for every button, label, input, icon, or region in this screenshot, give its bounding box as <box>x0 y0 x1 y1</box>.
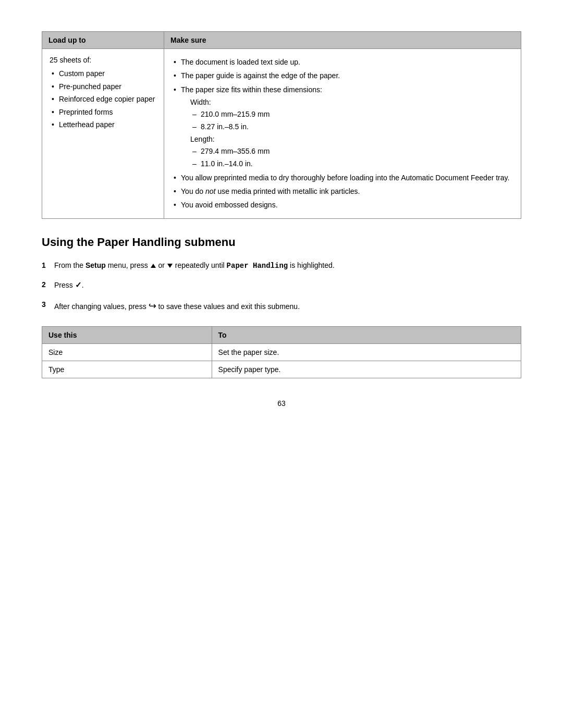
size-cell: Size <box>42 343 212 361</box>
make-sure-cell: The document is loaded text side up. The… <box>164 49 521 219</box>
col1-header: Load up to <box>42 32 164 49</box>
steps-list: 1 From the Setup menu, press or repeated… <box>42 260 521 314</box>
step-2-content: Press ✓. <box>54 279 521 291</box>
step-2: 2 Press ✓. <box>42 279 521 291</box>
section-title: Using the Paper Handling submenu <box>42 236 521 249</box>
table-row: Type Specify paper type. <box>42 361 521 378</box>
width-item-1: 210.0 mm–215.9 mm <box>190 108 513 120</box>
make-sure-item: The paper size fits within these dimensi… <box>172 84 513 170</box>
make-sure-item: You avoid embossed designs. <box>172 199 513 211</box>
length-item-2: 11.0 in.–14.0 in. <box>190 158 513 169</box>
col2-header: Make sure <box>164 32 521 49</box>
width-item-2: 8.27 in.–8.5 in. <box>190 121 513 132</box>
step-number-2: 2 <box>42 279 54 291</box>
checkmark-icon: ✓ <box>75 279 82 291</box>
load-up-to-table: Load up to Make sure 25 sheets of: Custo… <box>42 31 521 219</box>
paper-handling-keyword: Paper Handling <box>227 262 288 270</box>
setup-keyword: Setup <box>85 261 106 269</box>
down-arrow-icon <box>167 264 173 268</box>
make-sure-item: The paper guide is against the edge of t… <box>172 70 513 81</box>
length-item-1: 279.4 mm–355.6 mm <box>190 145 513 157</box>
step-3-content: After changing values, press ↩ to save t… <box>54 299 521 314</box>
step-1: 1 From the Setup menu, press or repeated… <box>42 260 521 272</box>
page-number: 63 <box>42 399 521 408</box>
table-row: Size Set the paper size. <box>42 343 521 361</box>
make-sure-item: The document is loaded text side up. <box>172 56 513 68</box>
set-paper-size-cell: Set the paper size. <box>212 343 521 361</box>
sheets-intro: 25 sheets of: <box>50 56 91 64</box>
type-cell: Type <box>42 361 212 378</box>
list-item: Custom paper <box>50 68 156 79</box>
list-item: Letterhead paper <box>50 119 156 130</box>
return-icon: ↩ <box>149 299 156 314</box>
up-arrow-icon <box>151 264 156 268</box>
list-item: Pre-punched paper <box>50 81 156 92</box>
width-label: Width: <box>190 96 513 108</box>
paper-types-list: Custom paper Pre-punched paper Reinforce… <box>50 68 156 130</box>
step-number-3: 3 <box>42 299 54 314</box>
to-header: To <box>212 326 521 343</box>
specify-paper-type-cell: Specify paper type. <box>212 361 521 378</box>
list-item: Preprinted forms <box>50 106 156 118</box>
step-1-content: From the Setup menu, press or repeatedly… <box>54 260 521 272</box>
dimensions-block: Width: 210.0 mm–215.9 mm 8.27 in.–8.5 in… <box>181 96 513 169</box>
use-this-header: Use this <box>42 326 212 343</box>
list-item: Reinforced edge copier paper <box>50 93 156 105</box>
load-up-to-cell: 25 sheets of: Custom paper Pre-punched p… <box>42 49 164 219</box>
make-sure-item: You allow preprinted media to dry thorou… <box>172 172 513 183</box>
step-3: 3 After changing values, press ↩ to save… <box>42 299 521 314</box>
step-number-1: 1 <box>42 260 54 272</box>
make-sure-item: You do not use media printed with metall… <box>172 186 513 197</box>
length-label: Length: <box>190 133 513 145</box>
use-this-table: Use this To Size Set the paper size. Typ… <box>42 326 521 378</box>
make-sure-list: The document is loaded text side up. The… <box>172 56 513 211</box>
